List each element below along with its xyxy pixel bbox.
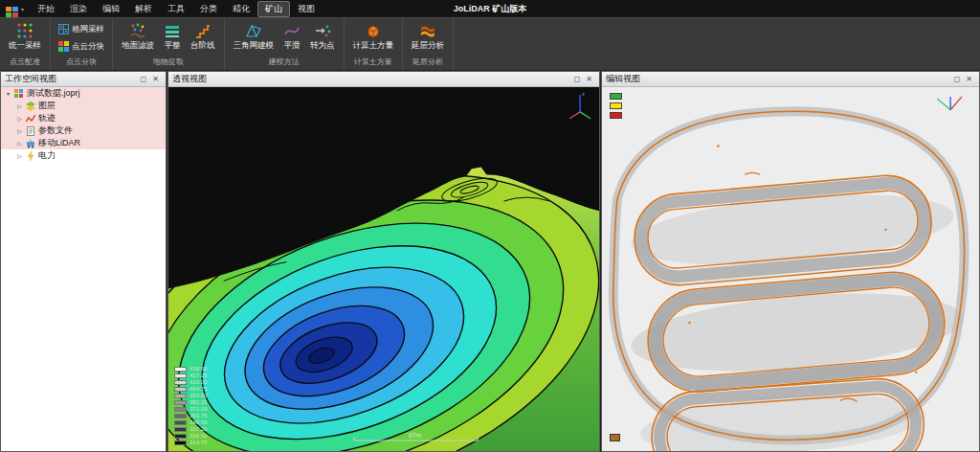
collapse-arrow-icon[interactable]: ▷ (16, 102, 23, 109)
button-label: 统一采样 (9, 41, 41, 50)
bench-line-button[interactable]: 台阶线 (188, 20, 218, 52)
legend-swatch (174, 400, 187, 405)
flatten-icon (164, 22, 181, 39)
edit-panel-titlebar: 编辑视图 ◻ ✕ (602, 72, 979, 87)
application-window: ▾ 开始 渲染 编辑 解析 工具 分类 精化 矿山 视图 JoLiDAR 矿山版… (0, 0, 980, 452)
panel-title: 透视视图 (172, 73, 207, 85)
tree-item-label: 电力 (38, 149, 56, 162)
tree-item-label: 轨迹 (38, 112, 56, 124)
ribbon-toolbar: 统一采样 点云配准 格网采样 (0, 17, 980, 71)
tree-item-label: 移动LiDAR (38, 137, 80, 149)
svg-text:z: z (582, 91, 585, 97)
ribbon-group-blocking: 格网采样 点云分块 点云分块 (51, 18, 113, 70)
workspace-panel: 工作空间视图 ◻ ✕ ▾ 测试数据.joprj ▷ 图层 ▷ (0, 71, 167, 452)
tree-item-power[interactable]: ▷ 电力 (1, 149, 166, 162)
menu-tab-view[interactable]: 视图 (290, 1, 323, 17)
float-panel-icon[interactable]: ◻ (138, 76, 150, 83)
button-label: 延层分析 (412, 41, 444, 50)
group-caption: 建模方法 (231, 55, 338, 70)
menu-tab-classify[interactable]: 分类 (192, 1, 225, 17)
perspective-view-panel: 透视视图 ◻ ✕ (167, 71, 600, 452)
scale-label-svg: 67m (409, 432, 422, 439)
tin-modeling-icon (245, 22, 262, 39)
tree-item-mobile-lidar[interactable]: ▷ 移动LiDAR (1, 137, 166, 149)
menu-tab-render[interactable]: 渲染 (62, 1, 95, 17)
button-label: 格网采样 (72, 25, 104, 34)
volume-calc-button[interactable]: 计算土方量 (350, 20, 397, 52)
legend-swatch (174, 407, 187, 412)
legend-swatch (174, 441, 187, 445)
uniform-sampling-button[interactable]: 统一采样 (6, 20, 44, 52)
legend-swatch-green (610, 93, 622, 100)
button-label: 点云分块 (72, 42, 104, 51)
parameter-file-icon (26, 126, 35, 136)
classification-legend (610, 93, 622, 119)
group-caption: 点云分块 (56, 55, 106, 70)
legend-swatch (174, 394, 187, 398)
collapse-arrow-icon[interactable]: ▷ (16, 115, 23, 122)
legend-value: 348.50 (189, 419, 207, 425)
panel-title: 编辑视图 (606, 73, 640, 85)
tree-item-layers[interactable]: ▷ 图层 (1, 100, 166, 112)
menu-tab-mine[interactable]: 矿山 (257, 1, 290, 17)
grid-sampling-button[interactable]: 格网采样 (56, 23, 106, 35)
group-caption: 计算土方量 (350, 55, 397, 70)
legend-swatch-red (610, 112, 622, 119)
legend-value: 393.50 (189, 393, 207, 398)
layer-analysis-button[interactable]: 延层分析 (409, 20, 447, 52)
smooth-button[interactable]: 平滑 (280, 20, 303, 52)
ground-filter-icon (129, 22, 146, 39)
logo-menu-caret-icon[interactable]: ▾ (21, 6, 24, 12)
close-panel-icon[interactable]: ✕ (963, 76, 975, 83)
menu-tab-analyze[interactable]: 解析 (127, 1, 160, 17)
close-panel-icon[interactable]: ✕ (149, 76, 162, 83)
legend-swatch (174, 434, 187, 439)
collapse-arrow-icon[interactable]: ▷ (16, 140, 23, 147)
app-title: JoLiDAR 矿山版本 (454, 3, 527, 15)
legend-value: 438.50 (189, 366, 207, 372)
tree-item-params[interactable]: ▷ 参数文件 (1, 124, 166, 137)
legend-value: 359.75 (189, 413, 207, 418)
float-panel-icon[interactable]: ◻ (951, 76, 964, 83)
button-label: 计算土方量 (353, 41, 394, 50)
edit-viewport[interactable] (602, 87, 979, 451)
collapse-arrow-icon[interactable]: ▷ (16, 127, 23, 134)
close-panel-icon[interactable]: ✕ (583, 76, 595, 83)
legend-value: 314.75 (189, 440, 207, 445)
expand-arrow-icon[interactable]: ▾ (5, 90, 11, 97)
menu-tab-start[interactable]: 开始 (30, 1, 62, 17)
legend-swatch (174, 420, 187, 425)
terrain-3d-render: z 67m (168, 87, 599, 451)
ground-filter-button[interactable]: 地面滤波 (119, 20, 157, 52)
flatten-button[interactable]: 平整 (161, 20, 184, 52)
legend-swatch (174, 367, 187, 372)
perspective-viewport[interactable]: z 67m 438.50 427.25 416.00 404.75 393.5 (168, 87, 599, 451)
menu-tab-refine[interactable]: 精化 (225, 1, 257, 17)
tree-item-label: 测试数据.joprj (27, 87, 80, 100)
cloud-block-button[interactable]: 点云分块 (56, 40, 106, 53)
legend-value: 371.00 (189, 406, 207, 412)
legend-swatch (174, 414, 187, 418)
tree-item-track[interactable]: ▷ 轨迹 (1, 112, 166, 124)
tree-item-label: 图层 (38, 100, 56, 112)
hillshade-contour-render (602, 87, 979, 451)
float-panel-icon[interactable]: ◻ (571, 76, 584, 83)
menu-tab-tools[interactable]: 工具 (160, 1, 192, 17)
app-logo-icon[interactable] (6, 4, 18, 14)
ribbon-group-volume: 计算土方量 计算土方量 (345, 18, 404, 70)
legend-value: 382.25 (189, 399, 207, 405)
tin-modeling-button[interactable]: 三角网建模 (231, 20, 278, 52)
legend-swatch-yellow (610, 102, 622, 109)
legend-value: 337.25 (189, 426, 207, 432)
collapse-arrow-icon[interactable]: ▷ (16, 152, 23, 159)
ribbon-group-registration: 统一采样 点云配准 (0, 18, 51, 70)
to-points-button[interactable]: 转为点 (307, 20, 338, 52)
group-caption: 延层分析 (409, 55, 447, 70)
menu-tab-edit[interactable]: 编辑 (95, 1, 127, 17)
layers-icon (26, 102, 35, 111)
button-label: 平滑 (284, 41, 301, 50)
uniform-sampling-icon (16, 22, 33, 39)
button-label: 地面滤波 (122, 41, 154, 50)
mobile-lidar-icon (26, 139, 35, 148)
tree-item-project[interactable]: ▾ 测试数据.joprj (1, 87, 166, 100)
